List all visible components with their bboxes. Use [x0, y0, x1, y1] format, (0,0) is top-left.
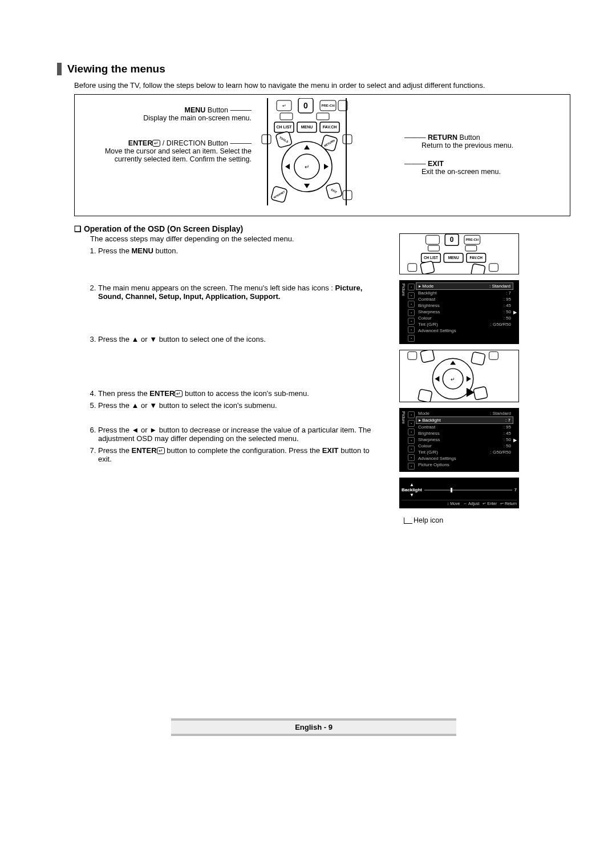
remote-illustration: ↵ 0 PRE-CH CH LIST MENU FAV.CH: [257, 98, 371, 205]
svg-text:↵: ↵: [282, 103, 286, 108]
fig-remote-top: 0 PRE-CH CH LIST MENU FAV.CH: [399, 233, 519, 274]
svg-text:0: 0: [450, 236, 454, 244]
zero-key: 0: [303, 101, 308, 110]
svg-rect-49: [420, 261, 435, 274]
svg-text:FAV.CH: FAV.CH: [469, 256, 483, 260]
remote-right-labels: ――― RETURN Button Return to the previous…: [404, 134, 564, 186]
svg-rect-52: [489, 351, 498, 359]
down-arrow-icon: ▼: [410, 492, 414, 498]
step-3: Press the ▲ or ▼ button to select one of…: [98, 335, 376, 343]
exit-button-desc: Exit the on-screen menu.: [422, 168, 501, 176]
svg-text:MENU: MENU: [301, 125, 313, 129]
svg-rect-54: [471, 351, 485, 365]
svg-rect-62: [418, 389, 432, 402]
up-arrow-icon: ▲: [410, 482, 414, 487]
svg-rect-50: [471, 264, 485, 274]
svg-text:PRE-CH: PRE-CH: [321, 104, 334, 107]
page-title: Viewing the menus: [67, 63, 165, 75]
page-footer: English - 9: [171, 718, 456, 736]
step-5: Press the ▲ or ▼ button to select the ic…: [98, 401, 376, 410]
step-4: Then press the ENTER↵ button to access t…: [98, 389, 376, 398]
svg-rect-7: [317, 113, 329, 120]
enter-button-title: ENTER: [128, 139, 152, 147]
remote-diagram-box: MENU Button ――― Display the main on-scre…: [74, 94, 570, 216]
step-2: The main menu appears on the screen. The…: [98, 284, 376, 301]
menu-button-title: MENU: [185, 106, 206, 114]
svg-rect-31: [343, 191, 352, 200]
svg-text:PRE-CH: PRE-CH: [465, 238, 479, 241]
svg-text:↵: ↵: [451, 377, 455, 382]
step-7: Press the ENTER↵ button to complete the …: [98, 446, 376, 463]
fig-adjustment-osd: ▲ Backlight ▼ 7 ↕ Move↔ Adjust↵ Enter↩ R…: [399, 478, 519, 508]
svg-rect-40: [465, 245, 477, 251]
svg-rect-51: [408, 351, 417, 359]
intro-text: Before using the TV, follow the steps be…: [74, 81, 570, 90]
steps-intro: The access steps may differ depending on…: [90, 235, 376, 243]
remote-left-labels: MENU Button ――― Display the main on-scre…: [80, 106, 252, 171]
return-button-desc: Return to the previous menu.: [422, 142, 513, 149]
svg-text:CH LIST: CH LIST: [276, 125, 292, 129]
step-1: Press the MENU button.: [98, 246, 376, 255]
svg-text:CH LIST: CH LIST: [424, 256, 438, 260]
return-button-title: RETURN: [428, 134, 457, 142]
fig-osd-mode: Picture ▪▪▪▪▪▪▪ ▸ Mode: StandardBackligh…: [399, 280, 519, 344]
svg-rect-14: [262, 135, 271, 144]
osd-subheading: Operation of the OSD (On Screen Display): [74, 224, 570, 233]
enter-button-desc: Move the cursor and select an item. Sele…: [105, 147, 252, 163]
enter-icon: ↵: [152, 140, 160, 147]
svg-rect-15: [343, 135, 352, 144]
svg-rect-47: [408, 264, 417, 272]
menu-button-desc: Display the main on-screen menu.: [143, 114, 252, 122]
enter-icon: ↵: [157, 447, 165, 454]
header-mark: [57, 63, 62, 75]
svg-text:↵: ↵: [305, 164, 309, 170]
exit-button-title: EXIT: [428, 160, 444, 168]
svg-rect-48: [489, 264, 498, 272]
step-6: Press the ◄ or ► button to decrease or i…: [98, 426, 376, 443]
adjust-footer: ↕ Move↔ Adjust↵ Enter↩ Return: [402, 500, 517, 506]
fig-remote-nav: ↵: [399, 350, 519, 402]
slider: [424, 490, 512, 491]
svg-text:MENU: MENU: [448, 256, 459, 260]
svg-text:FAV.CH: FAV.CH: [323, 125, 337, 129]
adjust-label: Backlight: [402, 487, 422, 492]
help-icon-caption: Help icon: [399, 516, 519, 524]
steps-column: The access steps may differ depending on…: [74, 233, 376, 467]
enter-icon: ↵: [175, 390, 183, 397]
side-figures: 0 PRE-CH CH LIST MENU FAV.CH: [399, 233, 519, 524]
svg-rect-6: [280, 113, 293, 120]
svg-rect-34: [426, 235, 440, 244]
svg-rect-63: [473, 386, 488, 400]
svg-rect-39: [428, 245, 440, 251]
section-header: Viewing the menus: [57, 63, 570, 75]
fig-osd-backlight: Picture ▪▪▪▪▪▪▪ Mode: Standard▸ Backligh…: [399, 408, 519, 472]
adjust-value: 7: [514, 487, 517, 492]
svg-rect-53: [420, 350, 435, 363]
